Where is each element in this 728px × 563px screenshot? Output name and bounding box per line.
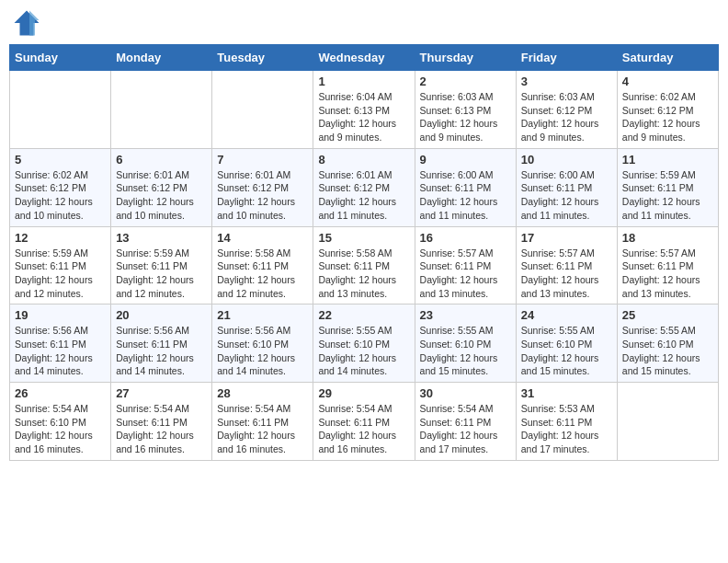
day-info: Sunrise: 5:53 AMSunset: 6:11 PMDaylight:…: [521, 402, 612, 456]
calendar-cell: 12Sunrise: 5:59 AMSunset: 6:11 PMDayligh…: [10, 226, 111, 304]
day-number: 16: [420, 231, 511, 245]
day-number: 19: [15, 308, 106, 322]
calendar-cell: 15Sunrise: 5:58 AMSunset: 6:11 PMDayligh…: [313, 226, 415, 304]
day-of-week-header: Wednesday: [313, 45, 415, 71]
calendar-week-row: 12Sunrise: 5:59 AMSunset: 6:11 PMDayligh…: [10, 226, 719, 304]
calendar-header-row: SundayMondayTuesdayWednesdayThursdayFrid…: [10, 45, 719, 71]
day-info: Sunrise: 5:54 AMSunset: 6:11 PMDaylight:…: [116, 402, 207, 456]
calendar-cell: [111, 71, 212, 149]
day-info: Sunrise: 5:59 AMSunset: 6:11 PMDaylight:…: [15, 247, 106, 301]
day-number: 10: [521, 153, 612, 167]
calendar-week-row: 26Sunrise: 5:54 AMSunset: 6:10 PMDayligh…: [10, 383, 719, 461]
day-number: 7: [217, 153, 308, 167]
calendar-cell: 14Sunrise: 5:58 AMSunset: 6:11 PMDayligh…: [212, 226, 313, 304]
calendar-cell: 9Sunrise: 6:00 AMSunset: 6:11 PMDaylight…: [415, 148, 516, 226]
day-of-week-header: Thursday: [415, 45, 516, 71]
day-info: Sunrise: 5:58 AMSunset: 6:11 PMDaylight:…: [217, 247, 308, 301]
calendar-cell: 30Sunrise: 5:54 AMSunset: 6:11 PMDayligh…: [415, 383, 516, 461]
day-info: Sunrise: 6:02 AMSunset: 6:12 PMDaylight:…: [15, 168, 106, 223]
svg-marker-0: [15, 11, 40, 36]
day-info: Sunrise: 5:56 AMSunset: 6:11 PMDaylight:…: [116, 324, 207, 378]
calendar-cell: 28Sunrise: 5:54 AMSunset: 6:11 PMDayligh…: [212, 383, 313, 461]
calendar-cell: [617, 383, 718, 461]
calendar-cell: 8Sunrise: 6:01 AMSunset: 6:12 PMDaylight…: [313, 148, 415, 226]
calendar-cell: 2Sunrise: 6:03 AMSunset: 6:13 PMDaylight…: [415, 71, 516, 149]
day-number: 24: [521, 308, 612, 322]
calendar-cell: 5Sunrise: 6:02 AMSunset: 6:12 PMDaylight…: [10, 148, 111, 226]
day-info: Sunrise: 6:02 AMSunset: 6:12 PMDaylight:…: [622, 90, 713, 144]
calendar-cell: 24Sunrise: 5:55 AMSunset: 6:10 PMDayligh…: [516, 304, 617, 383]
day-of-week-header: Monday: [111, 45, 212, 71]
calendar-cell: 25Sunrise: 5:55 AMSunset: 6:10 PMDayligh…: [617, 304, 718, 383]
day-info: Sunrise: 6:03 AMSunset: 6:12 PMDaylight:…: [521, 90, 612, 144]
day-number: 14: [217, 231, 308, 245]
calendar-cell: [212, 71, 313, 149]
day-number: 1: [318, 75, 409, 88]
day-info: Sunrise: 5:56 AMSunset: 6:11 PMDaylight:…: [15, 324, 106, 378]
day-number: 28: [217, 386, 308, 400]
calendar-cell: 21Sunrise: 5:56 AMSunset: 6:10 PMDayligh…: [212, 304, 313, 383]
day-number: 4: [622, 75, 713, 88]
day-info: Sunrise: 5:59 AMSunset: 6:11 PMDaylight:…: [116, 247, 207, 301]
logo-icon: [13, 9, 40, 37]
day-info: Sunrise: 6:01 AMSunset: 6:12 PMDaylight:…: [318, 168, 409, 223]
day-info: Sunrise: 5:57 AMSunset: 6:11 PMDaylight:…: [622, 247, 713, 301]
calendar-cell: 1Sunrise: 6:04 AMSunset: 6:13 PMDaylight…: [313, 71, 415, 149]
calendar-cell: 27Sunrise: 5:54 AMSunset: 6:11 PMDayligh…: [111, 383, 212, 461]
day-of-week-header: Tuesday: [212, 45, 313, 71]
day-number: 20: [116, 308, 207, 322]
calendar-cell: 7Sunrise: 6:01 AMSunset: 6:12 PMDaylight…: [212, 148, 313, 226]
day-number: 21: [217, 308, 308, 322]
day-of-week-header: Friday: [516, 45, 617, 71]
calendar-cell: 6Sunrise: 6:01 AMSunset: 6:12 PMDaylight…: [111, 148, 212, 226]
day-number: 11: [622, 153, 713, 167]
day-info: Sunrise: 5:55 AMSunset: 6:10 PMDaylight:…: [521, 324, 612, 378]
day-number: 17: [521, 231, 612, 245]
page-header: [9, 9, 719, 37]
day-number: 9: [420, 153, 511, 167]
calendar-week-row: 19Sunrise: 5:56 AMSunset: 6:11 PMDayligh…: [10, 304, 719, 383]
day-of-week-header: Sunday: [10, 45, 111, 71]
day-info: Sunrise: 6:01 AMSunset: 6:12 PMDaylight:…: [217, 168, 308, 223]
day-number: 13: [116, 231, 207, 245]
calendar-cell: 29Sunrise: 5:54 AMSunset: 6:11 PMDayligh…: [313, 383, 415, 461]
day-info: Sunrise: 5:54 AMSunset: 6:11 PMDaylight:…: [318, 402, 409, 456]
day-number: 25: [622, 308, 713, 322]
day-number: 27: [116, 386, 207, 400]
logo: [13, 9, 44, 37]
day-info: Sunrise: 6:00 AMSunset: 6:11 PMDaylight:…: [420, 168, 511, 223]
day-info: Sunrise: 5:54 AMSunset: 6:11 PMDaylight:…: [420, 402, 511, 456]
day-number: 26: [15, 386, 106, 400]
day-info: Sunrise: 6:04 AMSunset: 6:13 PMDaylight:…: [318, 90, 409, 144]
day-info: Sunrise: 5:59 AMSunset: 6:11 PMDaylight:…: [622, 168, 713, 223]
day-number: 2: [420, 75, 511, 88]
day-info: Sunrise: 6:01 AMSunset: 6:12 PMDaylight:…: [116, 168, 207, 223]
calendar-table: SundayMondayTuesdayWednesdayThursdayFrid…: [9, 44, 719, 461]
calendar-cell: 11Sunrise: 5:59 AMSunset: 6:11 PMDayligh…: [617, 148, 718, 226]
day-info: Sunrise: 5:54 AMSunset: 6:11 PMDaylight:…: [217, 402, 308, 456]
day-number: 30: [420, 386, 511, 400]
day-info: Sunrise: 5:57 AMSunset: 6:11 PMDaylight:…: [420, 247, 511, 301]
calendar-cell: 3Sunrise: 6:03 AMSunset: 6:12 PMDaylight…: [516, 71, 617, 149]
calendar-week-row: 5Sunrise: 6:02 AMSunset: 6:12 PMDaylight…: [10, 148, 719, 226]
day-info: Sunrise: 5:54 AMSunset: 6:10 PMDaylight:…: [15, 402, 106, 456]
calendar-cell: 13Sunrise: 5:59 AMSunset: 6:11 PMDayligh…: [111, 226, 212, 304]
day-info: Sunrise: 5:57 AMSunset: 6:11 PMDaylight:…: [521, 247, 612, 301]
day-of-week-header: Saturday: [617, 45, 718, 71]
calendar-cell: 18Sunrise: 5:57 AMSunset: 6:11 PMDayligh…: [617, 226, 718, 304]
calendar-cell: 4Sunrise: 6:02 AMSunset: 6:12 PMDaylight…: [617, 71, 718, 149]
calendar-cell: 22Sunrise: 5:55 AMSunset: 6:10 PMDayligh…: [313, 304, 415, 383]
day-info: Sunrise: 6:03 AMSunset: 6:13 PMDaylight:…: [420, 90, 511, 144]
calendar-cell: 10Sunrise: 6:00 AMSunset: 6:11 PMDayligh…: [516, 148, 617, 226]
day-number: 3: [521, 75, 612, 88]
day-number: 23: [420, 308, 511, 322]
calendar-cell: 17Sunrise: 5:57 AMSunset: 6:11 PMDayligh…: [516, 226, 617, 304]
day-number: 15: [318, 231, 409, 245]
day-info: Sunrise: 6:00 AMSunset: 6:11 PMDaylight:…: [521, 168, 612, 223]
calendar-cell: 26Sunrise: 5:54 AMSunset: 6:10 PMDayligh…: [10, 383, 111, 461]
day-info: Sunrise: 5:58 AMSunset: 6:11 PMDaylight:…: [318, 247, 409, 301]
day-number: 8: [318, 153, 409, 167]
calendar-cell: 23Sunrise: 5:55 AMSunset: 6:10 PMDayligh…: [415, 304, 516, 383]
day-number: 29: [318, 386, 409, 400]
calendar-cell: 31Sunrise: 5:53 AMSunset: 6:11 PMDayligh…: [516, 383, 617, 461]
